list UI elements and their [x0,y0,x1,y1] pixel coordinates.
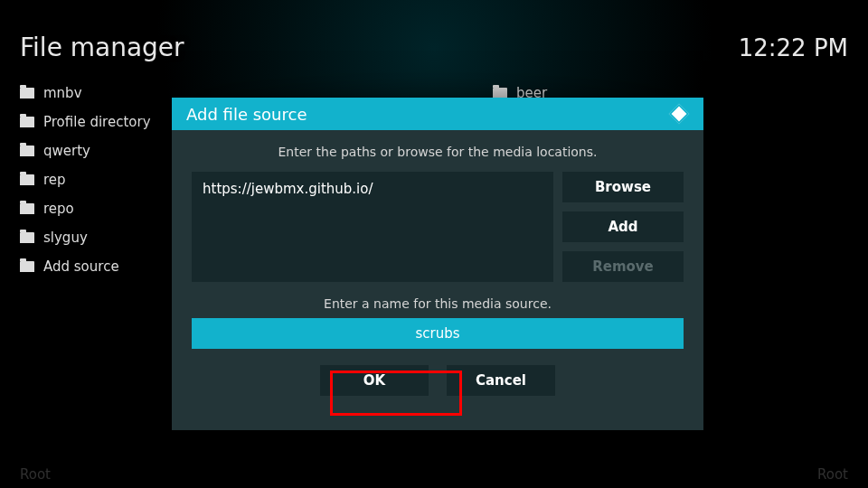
folder-icon [20,261,34,272]
name-prompt-text: Enter a name for this media source. [192,296,684,311]
folder-icon [20,232,34,243]
folder-icon [20,145,34,156]
footer-right: Root [817,466,848,483]
list-item-label: repo [43,201,74,217]
clock: 12:22 PM [739,34,848,61]
ok-button[interactable]: OK [320,365,429,396]
path-entry[interactable]: https://jewbmx.github.io/ [203,181,542,197]
list-item-label: mnbv [43,85,82,101]
dialog-title: Add file source [186,105,307,124]
list-item-label: rep [43,172,66,188]
cancel-button[interactable]: Cancel [447,365,555,396]
source-name-input[interactable] [192,318,684,349]
list-item-label: qwerty [43,143,90,159]
folder-icon [20,88,34,99]
path-instruction-text: Enter the paths or browse for the media … [192,145,684,159]
list-item-label: Add source [43,258,119,275]
add-file-source-dialog: Add file source Enter the paths or brows… [172,98,703,430]
footer-left: Root [20,466,51,483]
list-item-label: slyguy [43,230,88,246]
path-list-box[interactable]: https://jewbmx.github.io/ [192,172,553,282]
list-item-label: Profile directory [43,114,151,130]
add-button[interactable]: Add [562,211,684,242]
folder-icon [20,203,34,214]
browse-button[interactable]: Browse [562,172,684,202]
remove-button: Remove [562,251,684,282]
folder-icon [20,117,34,127]
folder-icon [20,174,34,185]
page-title: File manager [20,33,184,62]
kodi-logo-icon [669,104,689,124]
